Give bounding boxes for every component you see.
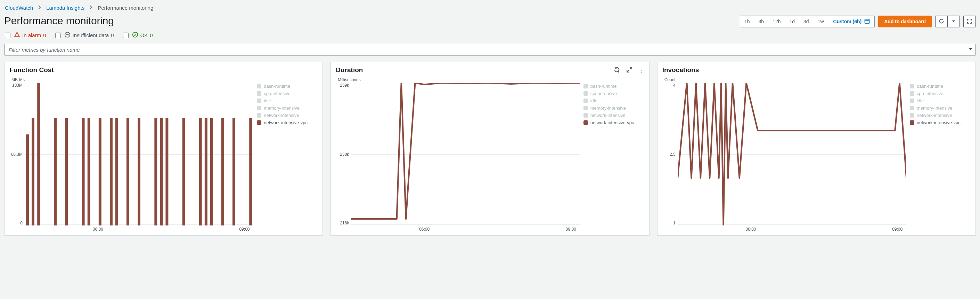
legend-item[interactable]: idle (257, 98, 318, 103)
legend-swatch (257, 120, 261, 125)
chart-invocations: 4 2.5 1 (662, 83, 906, 225)
legend-swatch (584, 84, 588, 89)
chart-duration: 259k 238k 216k (336, 83, 580, 225)
svg-rect-20 (88, 118, 91, 225)
plot-cost[interactable] (25, 83, 253, 225)
time-range-1d[interactable]: 1d (785, 16, 799, 27)
refresh-interval-dropdown[interactable] (947, 16, 960, 27)
plot-duration[interactable] (351, 83, 580, 225)
caret-down-icon[interactable] (969, 47, 973, 52)
legend-swatch (584, 120, 588, 125)
svg-marker-10 (969, 48, 972, 50)
svg-rect-14 (26, 134, 29, 225)
filter-input[interactable] (9, 44, 969, 55)
status-ok[interactable]: OK 0 (123, 32, 153, 39)
svg-rect-25 (138, 118, 140, 225)
legend-item[interactable]: network-intensive (910, 113, 970, 118)
page-title: Performance monitoring (4, 15, 114, 27)
legend-label: memory-intensive (590, 106, 626, 111)
chart-cost: 133M 66.3M 0 (10, 83, 253, 225)
svg-rect-30 (199, 118, 202, 225)
refresh-button[interactable] (935, 16, 948, 27)
legend-invocations: bash-runtimecpu-intensiveidlememory-inte… (910, 83, 970, 225)
svg-rect-18 (65, 118, 68, 225)
fullscreen-button[interactable] (963, 16, 976, 27)
alarm-icon (14, 32, 20, 39)
card-title-duration: Duration (336, 66, 363, 74)
svg-rect-29 (183, 118, 185, 225)
chevron-right-icon (89, 5, 93, 11)
time-range-custom[interactable]: Custom (6h) (829, 16, 875, 27)
svg-rect-32 (210, 118, 213, 225)
alarm-status-row: In alarm 0 Insufficient data 0 OK 0 (4, 30, 976, 44)
legend-item[interactable]: idle (584, 98, 644, 103)
yaxis-cost: 133M 66.3M 0 (10, 83, 25, 225)
legend-swatch (910, 106, 914, 110)
legend-item[interactable]: network-intensive-vpc (584, 120, 644, 125)
legend-label: network-intensive (590, 113, 625, 118)
time-range-1h[interactable]: 1h (740, 16, 754, 27)
yaxis-duration: 259k 238k 216k (336, 83, 351, 225)
legend-swatch (257, 84, 261, 89)
svg-rect-31 (205, 118, 207, 225)
svg-point-6 (17, 36, 18, 36)
legend-label: bash-runtime (264, 84, 290, 89)
legend-item[interactable]: network-intensive (584, 113, 644, 118)
filter-input-container[interactable] (4, 44, 976, 55)
svg-rect-35 (249, 118, 252, 225)
chevron-right-icon (38, 5, 41, 11)
legend-item[interactable]: memory-intensive (584, 106, 644, 111)
legend-duration: bash-runtimecpu-intensiveidlememory-inte… (584, 83, 644, 225)
status-in-alarm[interactable]: In alarm 0 (5, 32, 46, 39)
card-title-cost: Function Cost (10, 66, 54, 74)
fullscreen-icon (967, 18, 972, 25)
legend-label: network-intensive (264, 113, 299, 118)
legend-item[interactable]: bash-runtime (910, 84, 970, 89)
add-to-dashboard-button[interactable]: Add to dashboard (878, 16, 932, 27)
kebab-icon[interactable]: ⋮ (639, 67, 644, 73)
yaxis-invocations: 4 2.5 1 (662, 83, 678, 225)
status-ok-checkbox[interactable] (123, 33, 129, 38)
legend-item[interactable]: memory-intensive (910, 106, 970, 111)
legend-label: idle (917, 98, 924, 103)
time-range-12h[interactable]: 12h (768, 16, 785, 27)
legend-swatch (257, 106, 261, 110)
time-range-1w[interactable]: 1w (813, 16, 829, 27)
legend-item[interactable]: bash-runtime (257, 84, 318, 89)
svg-rect-22 (110, 118, 113, 225)
legend-item[interactable]: network-intensive-vpc (257, 120, 318, 125)
breadcrumb-section[interactable]: Lambda Insights (46, 5, 84, 11)
xaxis-invocations: 06:00 09:00 (662, 225, 970, 232)
status-insufficient-checkbox[interactable] (55, 33, 61, 38)
status-insufficient[interactable]: Insufficient data 0 (55, 32, 114, 39)
svg-rect-26 (154, 118, 157, 225)
status-insufficient-label: Insufficient data (73, 32, 109, 38)
status-in-alarm-label: In alarm (22, 32, 41, 38)
legend-item[interactable]: cpu-intensive (910, 91, 970, 96)
status-in-alarm-checkbox[interactable] (5, 33, 10, 38)
legend-item[interactable]: cpu-intensive (257, 91, 318, 96)
time-range-3h[interactable]: 3h (754, 16, 769, 27)
legend-swatch (910, 113, 914, 118)
svg-rect-21 (99, 118, 102, 225)
breadcrumb-root[interactable]: CloudWatch (5, 5, 33, 11)
legend-label: network-intensive-vpc (917, 120, 961, 125)
ytick: 4 (673, 83, 676, 88)
refresh-icon[interactable] (614, 66, 620, 74)
legend-item[interactable]: network-intensive (257, 113, 318, 118)
plot-invocations[interactable] (678, 83, 906, 225)
time-range-3d[interactable]: 3d (799, 16, 813, 27)
legend-item[interactable]: bash-runtime (584, 84, 644, 89)
ytick: 2.5 (670, 152, 676, 157)
legend-label: bash-runtime (917, 84, 943, 89)
legend-item[interactable]: network-intensive-vpc (910, 120, 970, 125)
expand-icon[interactable] (626, 66, 633, 74)
xtick: 06:00 (745, 227, 756, 232)
breadcrumb: CloudWatch Lambda Insights Performance m… (4, 3, 976, 15)
legend-item[interactable]: cpu-intensive (584, 91, 644, 96)
legend-item[interactable]: memory-intensive (257, 106, 318, 111)
legend-item[interactable]: idle (910, 98, 970, 103)
breadcrumb-current: Performance monitoring (98, 5, 153, 11)
calendar-icon (864, 18, 870, 25)
svg-rect-17 (54, 118, 57, 225)
